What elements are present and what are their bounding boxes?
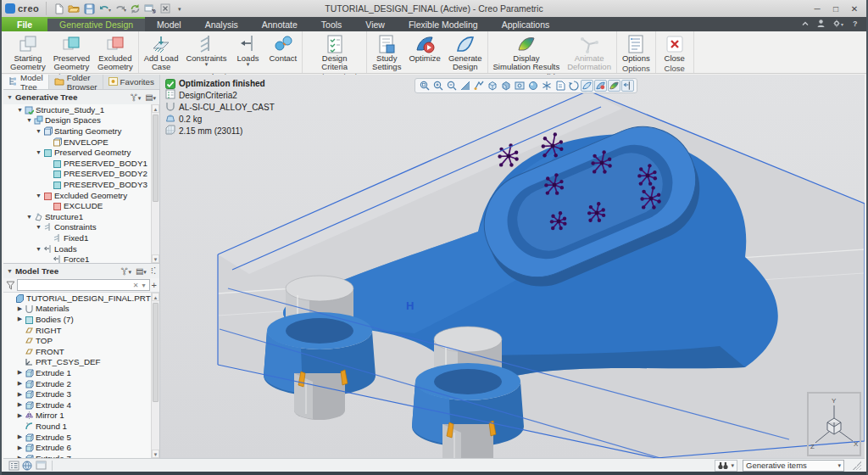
tree-item-starting-geometry[interactable]: ▼Starting Geometry [3, 126, 159, 137]
tree-item-front[interactable]: FRONT [3, 346, 159, 357]
tab-tools[interactable]: Tools [309, 17, 354, 31]
open-icon[interactable] [67, 3, 81, 15]
annotation-display-icon[interactable] [554, 80, 566, 92]
optimize-result-icon[interactable] [594, 80, 607, 92]
simulation-fringe-icon[interactable] [608, 80, 620, 92]
tree-expander-icon[interactable]: ▼ [25, 214, 33, 220]
generate-design-button[interactable]: Generate Design [445, 32, 486, 71]
tree-expander-icon[interactable]: ▼ [35, 246, 42, 252]
tree-item-preserved-body2[interactable]: PRESERVED_BODY2 [3, 169, 159, 180]
resize-grip[interactable] [853, 461, 861, 470]
optimize-button[interactable]: Optimize [405, 32, 443, 63]
tree-expander-icon[interactable]: ▼ [35, 224, 42, 230]
tree-item-excluded-geometry[interactable]: ▼Excluded Geometry [3, 190, 159, 201]
starting-geometry-button[interactable]: Starting Geometry [7, 32, 49, 71]
refit-icon[interactable] [459, 80, 471, 92]
tree-expander-icon[interactable]: ▶ [16, 412, 24, 419]
tree-item-fixed1[interactable]: Fixed1 [3, 232, 159, 243]
user-icon[interactable] [816, 19, 826, 30]
panel-tab-folder-browser[interactable]: Folder Browser [49, 75, 103, 89]
loads-display-icon[interactable] [621, 80, 634, 92]
tab-applications[interactable]: Applications [490, 17, 562, 31]
redo-icon[interactable]: ▾ [113, 3, 126, 15]
tab-model[interactable]: Model [145, 17, 193, 31]
undo-icon[interactable]: ▾ [97, 3, 111, 15]
panel-tab-favorites[interactable]: Favorites [103, 75, 160, 89]
tree-expander-icon[interactable]: ▼ [16, 107, 24, 113]
tree-settings-icon[interactable]: ▤▾ [145, 92, 156, 102]
tree-item-extrude-4[interactable]: ▶Extrude 4 [3, 400, 159, 411]
preserved-geometry-button[interactable]: Preserved Geometry [50, 32, 93, 71]
customize-icon[interactable]: ▾ [174, 3, 187, 15]
filter-funnel-icon[interactable] [6, 281, 15, 290]
study-settings-button[interactable]: Study Settings [369, 32, 404, 71]
display-simulation-results-button[interactable]: Display Simulation Results [490, 32, 564, 71]
add-filter-icon[interactable]: + [152, 280, 157, 290]
tree-item-extrude-5[interactable]: ▶Extrude 5 [3, 432, 159, 443]
tree-filters-icon[interactable]: 🝖▾ [120, 266, 131, 276]
maximize-button[interactable]: □ [827, 3, 844, 15]
tab-analysis[interactable]: Analysis [193, 17, 250, 31]
tab-flexible-modeling[interactable]: Flexible Modeling [397, 17, 490, 31]
tree-item-preserved-geometry[interactable]: ▼Preserved Geometry [3, 147, 159, 158]
tree-item-mirror-1[interactable]: ▶Mirror 1 [3, 411, 159, 422]
graphics-area[interactable]: H Optimization finished DesignCriteria2A… [160, 75, 865, 458]
tree-item-prt-csys-def[interactable]: PRT_CSYS_DEF [3, 357, 159, 368]
model-tree-search-input[interactable] [19, 281, 131, 290]
named-views-icon[interactable] [486, 80, 498, 92]
tree-item-loads[interactable]: ▼Loads [3, 243, 159, 254]
datum-filters-icon[interactable] [540, 80, 553, 92]
appearances-icon[interactable] [526, 80, 539, 92]
save-icon[interactable] [82, 3, 96, 15]
tree-expander-icon[interactable]: ▼ [25, 117, 33, 123]
tree-expander-icon[interactable]: ▼ [35, 193, 42, 198]
find-caret-icon[interactable]: ▾ [731, 462, 734, 469]
find-tool[interactable]: ▾ [715, 460, 737, 472]
tree-item-extrude-3[interactable]: ▶Extrude 3 [3, 388, 159, 400]
capture-icon[interactable] [513, 80, 526, 92]
close-window-icon[interactable] [159, 3, 172, 15]
tree-item-right[interactable]: RIGHT [3, 325, 159, 336]
repaint-icon[interactable] [472, 80, 485, 92]
tree-columns-icon[interactable]: ⁝⁚ [151, 266, 156, 276]
list-view-icon[interactable] [7, 460, 20, 472]
tree-expander-icon[interactable]: ▶ [16, 369, 24, 376]
close-button[interactable]: Close [658, 32, 692, 63]
display-style-icon[interactable] [499, 80, 512, 92]
collapse-ribbon-icon[interactable] [801, 20, 810, 30]
tab-annotate[interactable]: Annotate [250, 17, 309, 31]
search-options-caret-icon[interactable]: ▾ [141, 282, 147, 289]
zoom-region-icon[interactable] [418, 80, 431, 92]
design-criteria-button[interactable]: Design Criteria [318, 32, 352, 71]
tree-item-force1[interactable]: Force1 [3, 254, 159, 264]
add-load-case-button[interactable]: Add Load Case [141, 32, 182, 71]
tree-filter-select[interactable]: Generative items▾ [743, 460, 844, 472]
constraints-button[interactable]: Constraints▾ [182, 32, 230, 66]
tree-item-envelope[interactable]: ENVELOPE [3, 137, 159, 148]
tree-settings-icon[interactable]: ▤▾ [136, 266, 147, 276]
tree-expander-icon[interactable]: ▶ [16, 380, 24, 387]
windows-icon[interactable]: ▾ [143, 3, 157, 15]
clear-search-icon[interactable]: ✕ [131, 282, 141, 289]
tree-expander-icon[interactable]: ▼ [35, 149, 42, 155]
tree-filters-icon[interactable]: 🝖▾ [130, 92, 141, 102]
tree-item-extrude-6[interactable]: ▶Extrude 6 [3, 442, 159, 453]
tree-expander-icon[interactable]: ▶ [16, 433, 24, 440]
model-tree-scrollbar[interactable]: ▲▼ [151, 293, 159, 458]
panel-tab-model-tree[interactable]: Model Tree [3, 75, 49, 89]
loads-button[interactable]: Loads▾ [231, 32, 265, 66]
tree-item-round-1[interactable]: Round 1 [3, 421, 159, 432]
contact-button[interactable]: Contact [266, 32, 301, 63]
browser-icon[interactable] [20, 460, 34, 472]
tree-expander-icon[interactable]: ▶ [16, 391, 24, 398]
tree-item-structure-study-1[interactable]: ▼Structure_Study_1 [3, 104, 159, 115]
settings-icon[interactable]: ▾ [832, 19, 845, 30]
tab-view[interactable]: View [353, 17, 397, 31]
help-icon[interactable]: ? [852, 19, 860, 30]
tree-item-bodies-7-[interactable]: ▶Bodies (7) [3, 314, 159, 325]
spin-center-icon[interactable] [567, 80, 580, 92]
zoom-out-icon[interactable] [445, 80, 458, 92]
regenerate-icon[interactable] [128, 3, 142, 15]
new-file-icon[interactable] [52, 3, 65, 15]
zoom-in-icon[interactable] [431, 80, 444, 92]
